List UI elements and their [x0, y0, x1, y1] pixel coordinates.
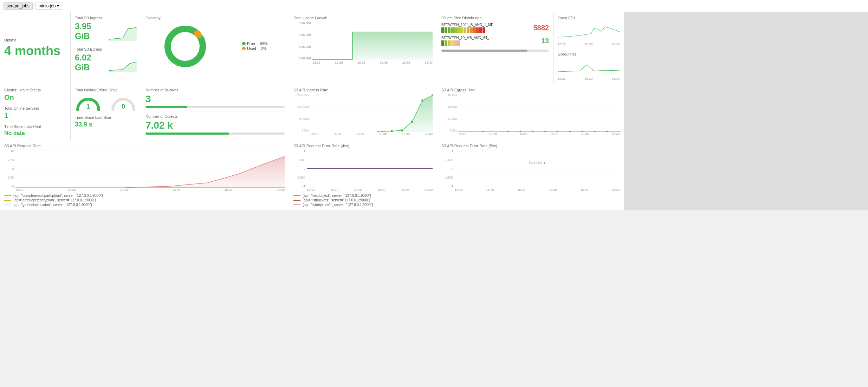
data-usage-panel: Data Usage Growth 3.86 GiB 3.86 GiB 3.86… — [289, 12, 437, 84]
uptime-panel: Uptime 4 months — [0, 12, 70, 84]
legend-4xx-item-1: {api="listbuckets", server="127.0.0.1:90… — [293, 198, 433, 202]
s3-ingress-chart-area: 24 KiB/s 16 KiB/s 8 KiB/s 0 B/s — [293, 93, 433, 136]
s3-error-4xx-legend: {api="headobject", server="127.0.0.1:900… — [293, 194, 433, 207]
top-bar: scrape_jobs minio-job ▾ — [0, 0, 868, 12]
objects-bar-container — [145, 133, 285, 135]
free-label: Free — [247, 41, 255, 46]
last-heal-section: Time Since Last Heal No data — [4, 122, 66, 136]
open-fds-sparkline — [558, 21, 620, 43]
drives-title: Total Online/Offline Drive... — [75, 88, 137, 92]
buckets-bar-container — [145, 106, 285, 108]
legend-item-0: {api="completemultipartupload", server="… — [4, 194, 285, 198]
buckets-bar — [145, 106, 187, 108]
uptime-value: 4 months — [4, 44, 66, 58]
obj-size-bar-1 — [441, 27, 529, 33]
s3-request-rate-title: S3 API Request Rate — [4, 144, 285, 148]
legend-4xx-swatch-0 — [293, 195, 300, 196]
buckets-title: Number of Buckets — [145, 88, 285, 92]
legend-swatch-0 — [4, 195, 11, 196]
goroutines-x-labels: 16:20 16:30 16:40 — [558, 77, 620, 80]
svg-marker-40 — [15, 156, 285, 188]
s3-error-4xx-title: S3 API Request Error Rate (4xx) — [293, 144, 433, 148]
s3-error-4xx-y-axis: 1 0.500 0 -0.500 -1 — [293, 149, 305, 188]
s3-error-4xx-x-labels: 16:15 16:20 16:25 16:30 16:35 16:40 — [307, 188, 433, 192]
open-fds-x-labels: 16:20 16:30 16:40 — [558, 43, 620, 46]
data-usage-title: Data Usage Growth — [293, 16, 433, 20]
svg-marker-1 — [109, 62, 137, 72]
last-scan-section: Time Since Last Scan 33.9 s — [75, 113, 137, 128]
data-usage-svg — [312, 21, 433, 60]
free-pct: 98% — [260, 41, 268, 46]
capacity-title: Capacity — [145, 16, 285, 20]
ingress-egress-panel: Total S3 Ingress 3.95 GiB Total S3 Egres… — [71, 12, 141, 84]
s3-egress-chart-area: 96 B/s 64 B/s 32 B/s 0 B/s — [441, 93, 620, 136]
open-fds-title: Open FDs — [558, 16, 620, 20]
total-online-servers-section: Total Online Servers 1 — [4, 104, 66, 120]
s3-error-5xx-chart-area: 1 0.500 0 -0.500 -1 No data 16:15 16:20 — [441, 149, 620, 192]
buckets-section: Number of Buckets 3 — [145, 88, 285, 108]
online-drive-gauge: 1 — [74, 94, 102, 111]
s3-egress-y-axis: 96 B/s 64 B/s 32 B/s 0 B/s — [441, 93, 457, 132]
capacity-used-legend: Used 2% — [242, 46, 268, 51]
legend-label-1: {api="getbucketencryption", server="127.… — [13, 198, 96, 202]
last-scan-value: 33.9 s — [75, 121, 137, 128]
cluster-health-title: Cluster Health Status — [4, 88, 66, 92]
s3-error-5xx-y-axis: 1 0.500 0 -0.500 -1 — [441, 149, 453, 188]
capacity-legend: Free 98% Used 2% — [242, 41, 268, 51]
legend-item-2: {api="getbucketlocation", server="127.0.… — [4, 203, 285, 207]
objects-section: Number of Objects 7.02 k — [145, 111, 285, 135]
s3-error-4xx-panel: S3 API Request Error Rate (4xx) 1 0.500 … — [289, 140, 437, 210]
egress-value: 6.02 GiB — [75, 53, 109, 72]
obj-size-panel: Object Size Distribution BETWEEN_1024_B_… — [437, 12, 553, 84]
s3-ingress-y-axis: 24 KiB/s 16 KiB/s 8 KiB/s 0 B/s — [293, 93, 309, 132]
last-heal-title: Time Since Last Heal — [4, 124, 66, 129]
data-usage-chart-area: 3.86 GiB 3.86 GiB 3.86 GiB 3.86 GiB — [293, 21, 433, 64]
obj-size-rows: BETWEEN_1024_B_AND_1_ME... — [441, 23, 549, 52]
svg-point-17 — [421, 99, 423, 102]
ingress-sparkline — [109, 25, 137, 41]
svg-marker-0 — [109, 27, 137, 41]
s3-ingress-svg-wrap: 16:15 16:20 16:25 16:30 16:35 16:40 — [310, 93, 433, 136]
capacity-panel: Capacity Free 98% Used 2% — [141, 12, 289, 84]
scrape-jobs-button[interactable]: scrape_jobs — [4, 2, 33, 10]
capacity-free-legend: Free 98% — [242, 41, 268, 46]
s3-request-legend: {api="completemultipartupload", server="… — [4, 194, 285, 207]
obj-size-title: Object Size Distribution — [441, 16, 549, 20]
s3-egress-rate-title: S3 API Egress Rate — [441, 88, 620, 92]
drives-gauges: 1 0 — [75, 94, 137, 111]
open-fds-goroutines-panel: Open FDs 16:20 16:30 16:40 Goroutines 16… — [553, 12, 624, 84]
s3-request-x-labels: 16:15 16:20 16:25 16:30 16:35 16:40 — [15, 188, 285, 192]
dashboard: Uptime 4 months Total S3 Ingress 3.95 Gi… — [0, 12, 868, 210]
goroutines-sparkline — [558, 58, 620, 77]
cluster-health-panel: Cluster Health Status On Total Online Se… — [0, 84, 70, 140]
buckets-value: 3 — [145, 93, 285, 105]
objects-bar — [145, 133, 229, 135]
s3-request-svg-wrap: 16:15 16:20 16:25 16:30 16:35 16:40 — [15, 149, 285, 192]
s3-egress-x-labels: 16:15 16:20 16:25 16:30 16:35 16:40 — [458, 132, 620, 136]
s3-request-chart-area: 10 7.50 5 2.50 0 — [4, 149, 285, 192]
minio-job-dropdown[interactable]: minio-job ▾ — [35, 2, 62, 10]
ingress-section: Total S3 Ingress 3.95 GiB — [75, 16, 137, 44]
obj-size-scrollbar[interactable] — [441, 50, 549, 52]
cluster-health-section: Cluster Health Status On — [4, 88, 66, 102]
s3-request-rate-panel: S3 API Request Rate 10 7.50 5 2.50 0 — [0, 140, 289, 210]
svg-text:1: 1 — [86, 103, 90, 110]
s3-error-5xx-panel: S3 API Request Error Rate (5xx) 1 0.500 … — [437, 140, 624, 210]
s3-error-5xx-x-labels: 16:15 16:20 16:25 16:30 16:35 16:40 — [455, 188, 620, 192]
free-dot — [242, 42, 246, 45]
last-scan-title: Time Since Last Scan — [75, 115, 137, 120]
drives-panel: Total Online/Offline Drive... 1 0 Time S… — [71, 84, 141, 140]
svg-point-14 — [391, 130, 393, 132]
ingress-title: Total S3 Ingress — [75, 16, 137, 20]
goroutines-title: Goroutines — [558, 52, 620, 56]
used-dot — [242, 47, 246, 50]
s3-error-4xx-chart-area: 1 0.500 0 -0.500 -1 — [293, 149, 433, 192]
s3-ingress-x-labels: 16:15 16:20 16:25 16:30 16:35 16:40 — [310, 132, 433, 136]
s3-ingress-rate-panel: S3 API Ingress Rate 24 KiB/s 16 KiB/s 8 … — [289, 84, 437, 140]
svg-marker-12 — [310, 95, 433, 132]
goroutines-section: Goroutines 16:20 16:30 16:40 — [558, 52, 620, 80]
data-usage-x-labels: 16:15 16:20 16:25 16:30 16:35 16:40 — [312, 60, 433, 64]
svg-point-15 — [401, 129, 403, 131]
total-online-servers-title: Total Online Servers — [4, 106, 66, 110]
data-usage-svg-wrap: 16:15 16:20 16:25 16:30 16:35 16:40 — [312, 21, 433, 64]
